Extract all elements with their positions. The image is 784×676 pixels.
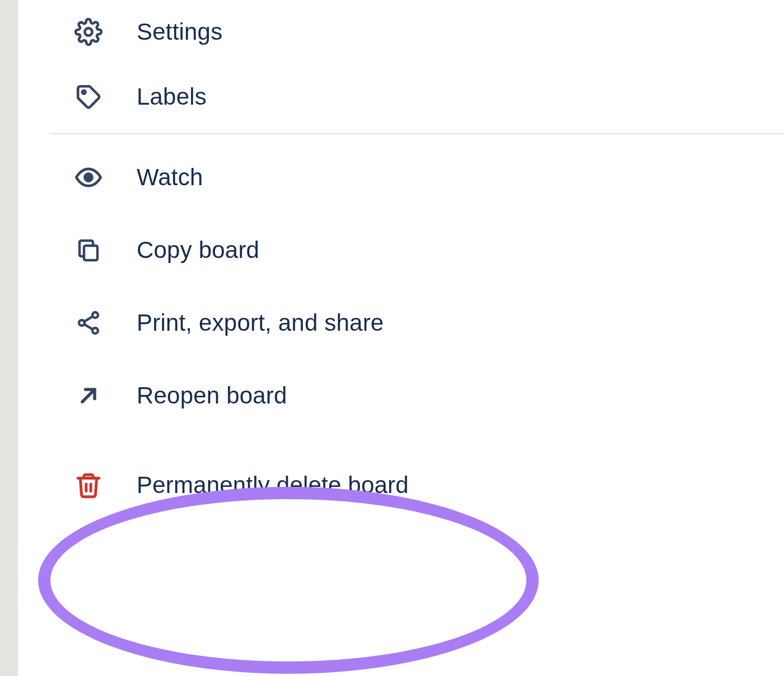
menu-item-label: Reopen board — [137, 382, 287, 409]
menu-item-label: Print, export, and share — [137, 309, 384, 336]
menu-item-watch[interactable]: Watch — [18, 141, 784, 214]
svg-rect-4 — [84, 246, 97, 260]
menu-item-print-export-share[interactable]: Print, export, and share — [18, 287, 784, 359]
share-icon — [73, 307, 104, 339]
arrow-up-right-icon — [73, 380, 104, 411]
menu-item-label: Watch — [137, 164, 203, 191]
svg-point-0 — [85, 28, 92, 35]
menu-item-label: Settings — [137, 18, 222, 45]
svg-line-10 — [82, 389, 95, 402]
menu-item-reopen-board[interactable]: Reopen board — [18, 359, 784, 432]
menu-item-label: Permanently delete board — [137, 472, 409, 499]
menu-item-label: Copy board — [137, 237, 259, 264]
svg-line-9 — [84, 324, 92, 329]
menu-item-copy-board[interactable]: Copy board — [18, 214, 784, 287]
trash-icon — [73, 470, 104, 501]
menu-item-settings[interactable]: Settings — [18, 0, 784, 60]
svg-point-1 — [82, 91, 86, 94]
tag-icon — [73, 81, 104, 112]
svg-line-8 — [84, 316, 92, 321]
copy-icon — [73, 234, 104, 266]
gear-icon — [73, 16, 104, 48]
svg-point-3 — [87, 176, 90, 179]
menu-item-delete-board[interactable]: Permanently delete board — [18, 449, 784, 522]
eye-icon — [73, 162, 104, 193]
menu-panel: Settings Labels Watch — [18, 0, 784, 676]
menu-item-labels[interactable]: Labels — [18, 60, 784, 133]
menu-item-label: Labels — [137, 83, 207, 110]
